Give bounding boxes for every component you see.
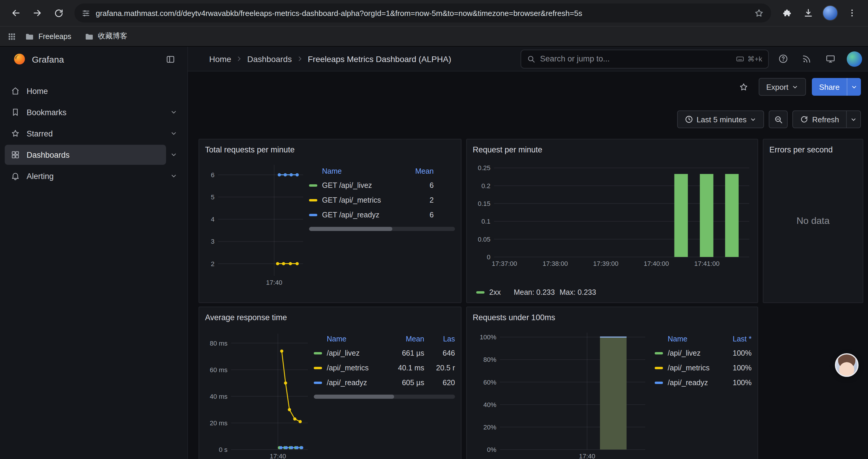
keyboard-icon [736, 54, 745, 63]
svg-text:80 ms: 80 ms [210, 340, 227, 347]
svg-text:4: 4 [211, 216, 215, 223]
bookmark-label: 收藏博客 [98, 31, 127, 41]
share-button[interactable]: Share [812, 78, 847, 96]
series-last: 100% [716, 349, 752, 357]
bookmark-blogs[interactable]: 收藏博客 [80, 29, 132, 44]
favorite-star-icon[interactable] [735, 78, 752, 96]
scrollbar-thumb[interactable] [309, 227, 392, 231]
svg-text:0: 0 [487, 254, 490, 261]
kebab-menu-icon[interactable] [842, 3, 862, 23]
panel-title[interactable]: Average response time [205, 311, 455, 326]
sidebar-item-home[interactable]: Home [5, 81, 181, 101]
legend-row[interactable]: /api/_metrics 40.1 ms 20.5 r [314, 360, 455, 375]
sidebar-item-starred[interactable]: Starred [5, 124, 181, 143]
zoom-out-icon[interactable] [769, 110, 788, 128]
breadcrumb-dashboards[interactable]: Dashboards [247, 54, 292, 64]
monitor-icon[interactable] [821, 49, 840, 68]
average-response-time-chart[interactable]: 80 ms60 ms40 ms20 ms0 s17:40 [205, 326, 311, 459]
share-button-group: Share [812, 78, 861, 96]
total-requests-chart[interactable]: 6543217:40 [205, 158, 307, 299]
request-per-minute-legend[interactable]: 2xx Mean: 0.233 Max: 0.233 [473, 288, 752, 299]
legend-row[interactable]: /api/_metrics 100% [655, 360, 752, 375]
time-range-picker[interactable]: Last 5 minutes [677, 110, 764, 128]
user-avatar[interactable] [847, 51, 862, 66]
svg-text:3: 3 [211, 238, 215, 245]
svg-text:40 ms: 40 ms [210, 393, 227, 400]
total-requests-legend: Name Mean GET /api/_livez 6 [309, 165, 455, 299]
apps-grid-icon[interactable] [7, 32, 17, 41]
series-color-dash [314, 352, 322, 354]
legend-col-name[interactable]: Name [322, 167, 399, 175]
grafana-logo[interactable] [13, 53, 26, 66]
sidebar-item-label: Dashboards [27, 150, 70, 159]
bookmarks-bar: Freeleaps 收藏博客 [0, 26, 868, 46]
legend-row[interactable]: /api/_livez 661 µs 646 [314, 346, 455, 360]
series-name: /api/_readyz [668, 379, 711, 387]
request-per-minute-chart[interactable]: 0.250.20.150.10.05017:37:0017:38:0017:39… [473, 158, 752, 272]
panel-title[interactable]: Errors per second [769, 143, 857, 158]
legend-row[interactable]: /api/_readyz 605 µs 620 [314, 375, 455, 390]
scrollbar-thumb[interactable] [314, 395, 394, 399]
legend-col-mean[interactable]: Mean [390, 335, 424, 343]
panel-title[interactable]: Total requests per minute [205, 143, 455, 158]
assistant-avatar-overlay[interactable] [835, 353, 859, 377]
panel-title[interactable]: Request per minute [473, 143, 752, 158]
svg-text:6: 6 [211, 171, 215, 179]
chevron-down-icon[interactable] [166, 168, 181, 184]
sidebar-item-dashboards[interactable]: Dashboards [5, 145, 181, 165]
help-icon[interactable] [773, 49, 793, 68]
sidebar-item-label: Alerting [27, 172, 54, 181]
share-menu-caret[interactable] [847, 78, 861, 96]
url-text: grafana.mathmast.com/d/deytv4rwavabkb/fr… [96, 8, 749, 18]
browser-profile-avatar[interactable] [823, 5, 838, 21]
refresh-button[interactable]: Refresh [793, 110, 847, 128]
home-icon [11, 86, 20, 96]
chevron-down-icon[interactable] [166, 104, 181, 120]
url-bar[interactable]: grafana.mathmast.com/d/deytv4rwavabkb/fr… [74, 4, 771, 23]
chevron-down-icon[interactable] [166, 126, 181, 141]
panel-title[interactable]: Requests under 100ms [473, 311, 752, 326]
series-mean: 6 [404, 181, 434, 189]
bookmark-star-icon[interactable] [754, 8, 764, 18]
legend-col-name[interactable]: Name [327, 335, 385, 343]
dock-sidebar-icon[interactable] [161, 50, 179, 68]
extensions-icon[interactable] [777, 3, 797, 23]
export-button[interactable]: Export [758, 78, 806, 96]
downloads-icon[interactable] [798, 3, 818, 23]
refresh-button-group: Refresh [793, 110, 861, 128]
forward-icon[interactable] [27, 3, 47, 23]
brand-title: Grafana [32, 54, 155, 64]
requests-under-100ms-chart[interactable]: 100%80%60%40%20%0%17:40 [473, 326, 650, 459]
bookmark-freeleaps[interactable]: Freeleaps [20, 29, 76, 43]
search-field[interactable] [540, 54, 731, 63]
bookmark-label: Freeleaps [38, 32, 71, 40]
series-name: /api/_readyz [327, 379, 385, 387]
legend-col-mean[interactable]: Mean [404, 167, 434, 175]
back-icon[interactable] [6, 3, 26, 23]
legend-col-name[interactable]: Name [668, 335, 711, 343]
legend-scrollbar[interactable] [314, 395, 455, 399]
sidebar-item-alerting[interactable]: Alerting [5, 166, 181, 186]
reload-icon[interactable] [49, 3, 68, 23]
site-settings-icon[interactable] [82, 8, 90, 18]
series-last: 100% [716, 364, 752, 372]
legend-row[interactable]: GET /api/_livez 6 [309, 178, 455, 193]
breadcrumb-home[interactable]: Home [209, 54, 231, 64]
svg-text:17:37:00: 17:37:00 [492, 260, 517, 267]
svg-text:60 ms: 60 ms [210, 366, 227, 374]
chevron-down-icon[interactable] [166, 147, 181, 162]
legend-row[interactable]: /api/_readyz 100% [655, 375, 752, 390]
rss-icon[interactable] [797, 49, 816, 68]
legend-col-last[interactable]: Last * [716, 335, 752, 343]
grafana-app: Grafana Home Bookmarks [0, 46, 868, 459]
sidebar-item-bookmarks[interactable]: Bookmarks [5, 102, 181, 122]
search-input[interactable]: ⌘+k [521, 49, 769, 68]
legend-row[interactable]: GET /api/_metrics 2 [309, 193, 455, 207]
legend-row[interactable]: GET /api/_readyz 6 [309, 207, 455, 222]
legend-scrollbar[interactable] [309, 227, 455, 231]
refresh-interval-caret[interactable] [847, 110, 861, 128]
legend-col-last[interactable]: Las [429, 335, 455, 343]
star-icon [11, 129, 20, 138]
legend-row[interactable]: /api/_livez 100% [655, 346, 752, 360]
svg-text:5: 5 [211, 193, 215, 201]
